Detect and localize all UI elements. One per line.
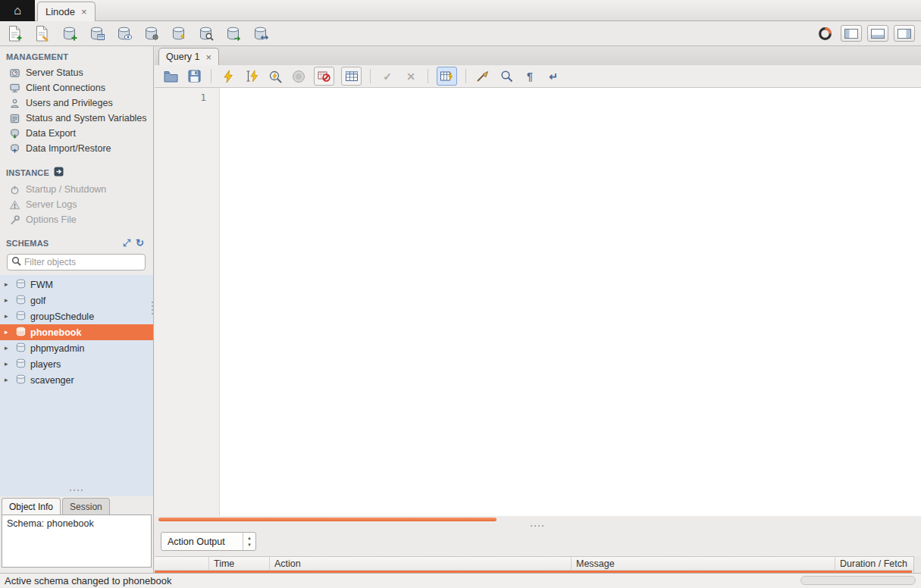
spin-up-icon[interactable]: ▴ [248, 535, 251, 541]
column-message[interactable]: Message [572, 557, 835, 570]
remote-management-badge-icon [54, 167, 64, 178]
schema-icon [15, 342, 27, 355]
home-tab[interactable]: ⌂ [0, 0, 35, 21]
expand-arrow-icon[interactable]: ▸ [5, 329, 11, 336]
schema-item-groupschedule[interactable]: ▸ groupSchedule [0, 308, 153, 324]
commit-icon[interactable]: ✓ [379, 68, 396, 85]
client-connections-icon [8, 83, 20, 94]
invisible-characters-icon[interactable]: ¶ [522, 68, 538, 85]
editor-horizontal-scrollbar[interactable] [155, 516, 921, 523]
execute-current-statement-icon[interactable] [243, 68, 260, 85]
editor-output-splitter-handle[interactable] [531, 525, 544, 527]
tab-label: Object Info [9, 502, 53, 512]
schema-filter-input[interactable] [24, 257, 141, 267]
data-import-icon [8, 143, 20, 155]
reconnect-icon[interactable] [250, 23, 271, 44]
data-export-icon [8, 128, 20, 139]
sql-code-area[interactable] [220, 88, 921, 516]
close-icon[interactable]: × [205, 52, 211, 62]
sidebar-item-options-file[interactable]: Options File [0, 212, 153, 227]
expand-schemas-icon[interactable] [123, 239, 131, 247]
search-data-icon[interactable] [196, 23, 216, 44]
sidebar-item-client-connections[interactable]: Client Connections [0, 80, 153, 95]
schema-item-phpmyadmin[interactable]: ▸ phpmyadmin [0, 340, 153, 356]
connection-tab-linode[interactable]: Linode × [37, 2, 96, 21]
sidebar-item-users-privileges[interactable]: Users and Privileges [0, 95, 153, 111]
rollback-icon[interactable]: ✕ [403, 68, 419, 85]
schema-item-phonebook[interactable]: ▸ phonebook [0, 324, 153, 340]
management-title-label: MANAGEMENT [6, 52, 68, 61]
sidebar-item-label: Users and Privileges [26, 98, 113, 108]
stop-icon[interactable] [290, 68, 307, 85]
save-script-icon[interactable] [186, 68, 202, 85]
expand-arrow-icon[interactable]: ▸ [5, 297, 11, 304]
explain-icon[interactable] [267, 68, 284, 85]
new-query-tab-icon[interactable] [5, 23, 25, 44]
open-script-icon[interactable] [162, 68, 179, 85]
column-action[interactable]: Action [270, 557, 572, 570]
schema-item-fwm[interactable]: ▸ FWM [0, 277, 153, 292]
sidebar-item-label: Data Export [26, 128, 76, 139]
create-procedure-icon[interactable] [141, 23, 161, 44]
find-icon[interactable] [498, 68, 515, 85]
sidebar-item-startup-shutdown[interactable]: Startup / Shutdown [0, 182, 153, 197]
info-tab-bar: Object Info Session [0, 496, 153, 514]
toggle-stop-on-error-icon[interactable] [314, 67, 334, 86]
sidebar-info-splitter-handle[interactable] [70, 489, 83, 491]
combo-spinner-icon[interactable]: ▴ ▾ [243, 533, 255, 550]
main-toolbar [0, 21, 921, 46]
result-grid-icon[interactable] [341, 67, 362, 86]
output-selector[interactable]: Action Output ▴ ▾ [161, 532, 256, 551]
schema-item-scavenger[interactable]: ▸ scavenger [0, 372, 153, 388]
execute-icon[interactable] [220, 68, 237, 85]
refresh-schemas-icon[interactable]: ↻ [136, 238, 144, 248]
schema-item-golf[interactable]: ▸ golf [0, 292, 153, 308]
statusbar-scrollbar[interactable] [800, 576, 916, 585]
status-circle-icon[interactable] [815, 23, 835, 44]
beautify-icon[interactable] [475, 68, 491, 85]
create-table-icon[interactable] [86, 23, 107, 44]
separator [370, 69, 371, 83]
create-view-icon[interactable] [114, 23, 134, 44]
tab-label: Session [70, 502, 102, 512]
sidebar-splitter-handle[interactable] [152, 302, 153, 314]
column-label: Message [576, 558, 615, 569]
schema-name: phonebook [30, 327, 81, 338]
column-duration-fetch[interactable]: Duration / Fetch [835, 557, 913, 570]
sidebar-item-data-import-restore[interactable]: Data Import/Restore [0, 141, 153, 156]
toggle-bottom-panel-icon[interactable] [867, 25, 888, 42]
query-tab-bar: Query 1 × [155, 46, 921, 65]
sidebar-item-status-system-variables[interactable]: Status and System Variables [0, 111, 153, 126]
tab-query-1[interactable]: Query 1 × [158, 48, 219, 65]
close-icon[interactable]: × [81, 7, 87, 17]
toggle-left-sidebar-icon[interactable] [841, 25, 862, 42]
scrollbar-thumb[interactable] [158, 518, 497, 521]
toggle-right-sidebar-icon[interactable] [894, 25, 915, 42]
column-time[interactable]: Time [209, 557, 270, 570]
toggle-autocommit-icon[interactable] [437, 67, 457, 86]
expand-arrow-icon[interactable]: ▸ [5, 345, 11, 352]
sidebar-item-data-export[interactable]: Data Export [0, 126, 153, 141]
separator [428, 69, 428, 83]
open-sql-script-icon[interactable] [32, 23, 52, 44]
spin-down-icon[interactable]: ▾ [248, 542, 251, 548]
sidebar-item-server-logs[interactable]: Server Logs [0, 197, 153, 212]
column-index[interactable] [155, 557, 209, 570]
tab-object-info[interactable]: Object Info [2, 498, 61, 514]
schema-name: golf [30, 296, 45, 306]
sidebar-item-server-status[interactable]: Server Status [0, 65, 153, 80]
expand-arrow-icon[interactable]: ▸ [5, 281, 11, 288]
output-vertical-scrollbar[interactable] [913, 556, 921, 573]
sidebar-item-label: Status and System Variables [26, 113, 147, 124]
tab-session[interactable]: Session [62, 498, 110, 514]
power-icon [8, 184, 20, 195]
word-wrap-icon[interactable]: ↵ [545, 68, 562, 85]
expand-arrow-icon[interactable]: ▸ [5, 361, 11, 368]
expand-arrow-icon[interactable]: ▸ [5, 313, 11, 320]
create-function-icon[interactable] [168, 23, 189, 44]
expand-arrow-icon[interactable]: ▸ [5, 377, 11, 383]
administration-icon[interactable] [223, 23, 243, 44]
create-schema-icon[interactable] [59, 23, 80, 44]
mysql-workbench-window: ⌂ Linode × [0, 0, 921, 588]
schema-item-players[interactable]: ▸ players [0, 356, 153, 372]
